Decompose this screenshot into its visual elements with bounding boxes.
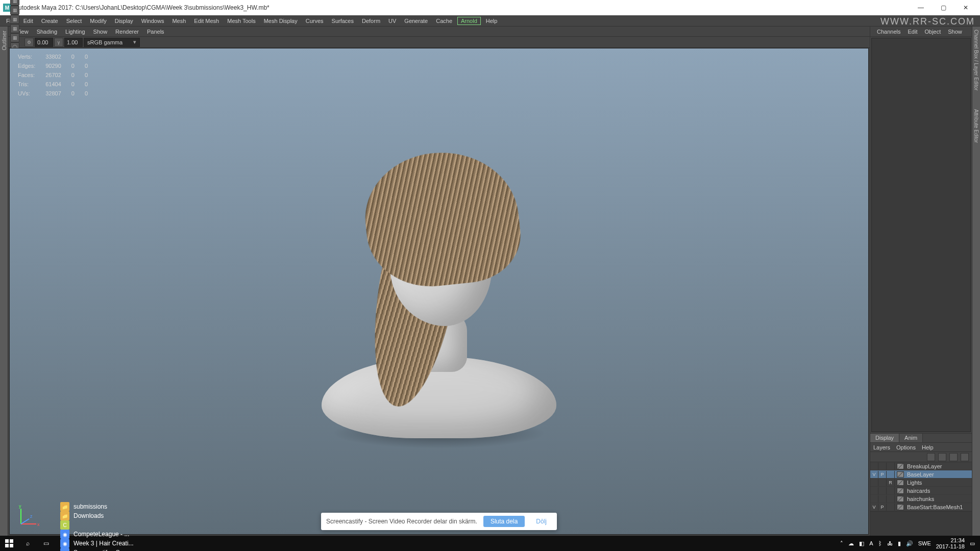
layer-row[interactable]: haircards [870, 487, 972, 495]
layer-flag[interactable] [887, 487, 895, 494]
layer-color-swatch[interactable] [897, 471, 904, 478]
layer-flag[interactable] [887, 463, 895, 470]
close-button[interactable]: ✕ [954, 1, 977, 15]
taskbar-item[interactable]: 📁submissions [55, 502, 139, 511]
menu-uv[interactable]: UV [384, 16, 400, 26]
layer-row[interactable]: VPBaseLayer [870, 470, 972, 479]
menu-windows[interactable]: Windows [137, 16, 168, 26]
layer-icon-d[interactable] [961, 453, 969, 461]
layer-flag[interactable]: V [870, 504, 878, 511]
panel-menu-shading[interactable]: Shading [33, 28, 61, 36]
menu-modify[interactable]: Modify [86, 16, 110, 26]
tray-language[interactable]: SWE [918, 540, 931, 546]
panel-menu-renderer[interactable]: Renderer [111, 28, 143, 36]
tray-clock[interactable]: 21:34 2017-11-18 [936, 537, 965, 549]
taskview-button[interactable]: ▭ [37, 536, 55, 551]
layer-menu-help[interactable]: Help [922, 444, 934, 450]
viewport-toolbar-icon-15[interactable]: ▦ [10, 24, 19, 33]
toolbar-gamma-icon[interactable]: γ [54, 38, 63, 47]
popup-stop-sharing-button[interactable]: Sluta dela [483, 516, 525, 527]
tray-network-icon[interactable]: 🖧 [887, 540, 893, 546]
layer-flag[interactable] [870, 463, 878, 470]
tray-autodesk-icon[interactable]: A [869, 540, 873, 546]
channelbox-body[interactable] [871, 38, 971, 432]
viewport-3d[interactable]: Verts:3380200Edges:9029000Faces:2670200T… [9, 48, 869, 535]
layer-flag[interactable] [878, 479, 887, 486]
layer-flag[interactable] [887, 471, 895, 478]
layer-color-swatch[interactable] [897, 480, 904, 486]
layer-menu-layers[interactable]: Layers [873, 444, 890, 450]
layer-color-swatch[interactable] [897, 488, 904, 494]
colorspace-select[interactable]: sRGB gamma [84, 38, 140, 47]
search-button[interactable]: ⌕ [18, 536, 37, 551]
taskbar-item[interactable]: 📁Downloads [55, 511, 139, 520]
layer-row[interactable]: BreakupLayer [870, 462, 972, 470]
menu-help[interactable]: Help [482, 16, 502, 26]
panel-menu-show[interactable]: Show [89, 28, 112, 36]
tray-volume-icon[interactable]: 🔊 [906, 540, 913, 547]
layer-row[interactable]: VPBaseStart:BaseMesh1 [870, 503, 972, 511]
layer-flag[interactable]: V [870, 471, 878, 478]
start-button[interactable] [0, 536, 18, 551]
toolbar-gear-icon[interactable]: ⚙ [24, 38, 34, 47]
gamma-field[interactable]: 1.00 [64, 38, 83, 47]
tab-display[interactable]: Display [870, 434, 899, 442]
tab-anim[interactable]: Anim [899, 434, 923, 442]
tab-attribute-editor[interactable]: Attribute Editor [973, 109, 979, 143]
channelbox-menu-channels[interactable]: Channels [873, 28, 904, 36]
menu-deform[interactable]: Deform [358, 16, 384, 26]
channelbox-menu-object[interactable]: Object [921, 28, 944, 36]
minimize-button[interactable]: — [910, 1, 932, 15]
layer-color-swatch[interactable] [897, 463, 904, 469]
tray-cloud-icon[interactable]: ☁ [848, 540, 854, 547]
layer-color-swatch[interactable] [897, 504, 904, 510]
tray-battery-icon[interactable]: ▮ [898, 540, 901, 547]
menu-generate[interactable]: Generate [400, 16, 432, 26]
panel-menu-panels[interactable]: Panels [143, 28, 168, 36]
layer-flag[interactable]: P [878, 471, 887, 478]
layer-flag[interactable] [878, 487, 887, 494]
layer-icon-b[interactable] [938, 453, 946, 461]
viewport-toolbar-icon-16[interactable]: ▦ [10, 33, 19, 42]
layer-flag[interactable] [878, 495, 887, 503]
menu-mesh-tools[interactable]: Mesh Tools [223, 16, 259, 26]
layer-row[interactable]: hairchunks [870, 495, 972, 503]
menu-select[interactable]: Select [62, 16, 86, 26]
tray-chevron-icon[interactable]: ˄ [840, 540, 843, 547]
layer-flag[interactable] [887, 495, 895, 503]
layer-flag[interactable] [887, 504, 895, 511]
exposure-field[interactable]: 0.00 [35, 38, 53, 47]
layer-flag[interactable]: R [887, 479, 895, 486]
layer-menu-options[interactable]: Options [896, 444, 916, 450]
tray-bluetooth-icon[interactable]: ᛒ [878, 540, 882, 546]
layer-color-swatch[interactable] [897, 496, 904, 502]
outliner-collapsed-strip[interactable]: Outliner [0, 27, 8, 536]
layer-icon-c[interactable] [949, 453, 958, 461]
viewport-toolbar-icon-12[interactable]: ▦ [10, 0, 19, 6]
viewport-toolbar-icon-13[interactable]: ▦ [10, 6, 19, 15]
taskbar-item[interactable]: C [55, 520, 139, 530]
layer-flag[interactable] [870, 479, 878, 486]
panel-menu-lighting[interactable]: Lighting [61, 28, 89, 36]
menu-edit-mesh[interactable]: Edit Mesh [190, 16, 223, 26]
channelbox-menu-edit[interactable]: Edit [904, 28, 921, 36]
menu-arnold[interactable]: Arnold [457, 17, 481, 25]
tray-notifications-icon[interactable]: ▭ [970, 540, 975, 547]
menu-cache[interactable]: Cache [432, 16, 456, 26]
menu-surfaces[interactable]: Surfaces [328, 16, 358, 26]
taskbar-item[interactable]: ◉CompeteLeague - ... [55, 530, 139, 539]
menu-edit[interactable]: Edit [19, 16, 37, 26]
menu-mesh-display[interactable]: Mesh Display [260, 16, 302, 26]
tray-app-icon[interactable]: ◧ [859, 540, 864, 547]
taskbar-item[interactable]: ◉Screencastify - Scre... [55, 548, 139, 551]
channelbox-menu-show[interactable]: Show [944, 28, 966, 36]
layer-flag[interactable] [870, 487, 878, 494]
menu-create[interactable]: Create [37, 16, 62, 26]
taskbar-item[interactable]: ◉Week 3 | Hair Creati... [55, 539, 139, 548]
menu-display[interactable]: Display [111, 16, 137, 26]
tab-channelbox-layereditor[interactable]: Channel Box / Layer Editor [973, 30, 979, 91]
menu-mesh[interactable]: Mesh [168, 16, 190, 26]
layer-icon-a[interactable] [927, 453, 935, 461]
maximize-button[interactable]: ▢ [932, 1, 954, 15]
menu-curves[interactable]: Curves [302, 16, 328, 26]
